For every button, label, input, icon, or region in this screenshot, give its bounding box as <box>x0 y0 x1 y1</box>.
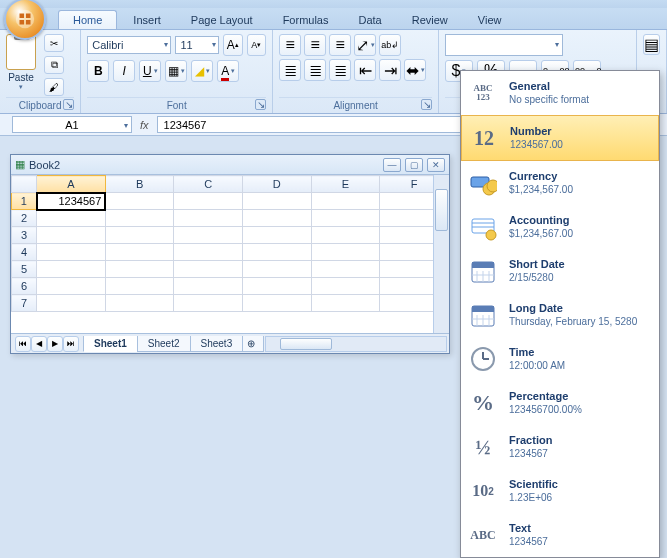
cell[interactable] <box>105 193 174 210</box>
tab-home[interactable]: Home <box>58 10 117 29</box>
cell-a1[interactable]: 1234567 <box>37 193 106 210</box>
cell[interactable] <box>311 244 380 261</box>
cell[interactable] <box>37 244 106 261</box>
cell[interactable] <box>311 278 380 295</box>
copy-button[interactable]: ⧉ <box>44 56 64 74</box>
format-option-number[interactable]: 12 Number1234567.00 <box>461 115 659 161</box>
cell[interactable] <box>174 278 243 295</box>
increase-indent-button[interactable]: ⇥ <box>379 59 401 81</box>
workbook-titlebar[interactable]: ▦ Book2 — ▢ ✕ <box>11 155 449 175</box>
clipboard-launcher[interactable]: ↘ <box>63 99 74 110</box>
minimize-button[interactable]: — <box>383 158 401 172</box>
cell[interactable] <box>243 261 312 278</box>
cell[interactable] <box>105 295 174 312</box>
cell[interactable] <box>174 227 243 244</box>
sheet-tab-1[interactable]: Sheet1 <box>83 336 138 352</box>
tab-review[interactable]: Review <box>398 11 462 29</box>
cell[interactable] <box>105 278 174 295</box>
col-header-a[interactable]: A <box>37 176 106 193</box>
name-box[interactable]: A1▾ <box>12 116 132 133</box>
align-top-button[interactable]: ≡ <box>279 34 301 56</box>
tab-pagelayout[interactable]: Page Layout <box>177 11 267 29</box>
row-header-5[interactable]: 5 <box>12 261 37 278</box>
orientation-button[interactable]: ⤢ <box>354 34 376 56</box>
tab-nav-first[interactable]: ⏮ <box>15 336 31 352</box>
format-option-longdate[interactable]: Long DateThursday, February 15, 5280 <box>461 293 659 337</box>
fill-color-button[interactable]: ◢ <box>191 60 213 82</box>
cell[interactable] <box>243 210 312 227</box>
format-painter-button[interactable]: 🖌 <box>44 78 64 96</box>
format-option-currency[interactable]: Currency$1,234,567.00 <box>461 161 659 205</box>
cell[interactable] <box>243 244 312 261</box>
grow-font-button[interactable]: A▴ <box>223 34 243 56</box>
row-header-3[interactable]: 3 <box>12 227 37 244</box>
cell[interactable] <box>174 295 243 312</box>
format-option-fraction[interactable]: ½ Fraction1234567 <box>461 425 659 469</box>
cell[interactable] <box>174 244 243 261</box>
row-header-7[interactable]: 7 <box>12 295 37 312</box>
underline-button[interactable]: U <box>139 60 161 82</box>
tab-data[interactable]: Data <box>344 11 395 29</box>
cell[interactable] <box>174 193 243 210</box>
font-size-select[interactable]: 11▾ <box>175 36 218 54</box>
paste-button[interactable]: Paste ▾ <box>6 34 36 91</box>
font-launcher[interactable]: ↘ <box>255 99 266 110</box>
wrap-text-button[interactable]: ab↲ <box>379 34 401 56</box>
format-option-text[interactable]: ABC Text1234567 <box>461 513 659 557</box>
cell[interactable] <box>105 210 174 227</box>
format-option-percentage[interactable]: % Percentage123456700.00% <box>461 381 659 425</box>
office-button[interactable] <box>4 0 46 40</box>
sheet-tab-3[interactable]: Sheet3 <box>190 336 244 352</box>
shrink-font-button[interactable]: A▾ <box>247 34 267 56</box>
cell[interactable] <box>311 227 380 244</box>
align-center-button[interactable]: ≣ <box>304 59 326 81</box>
bold-button[interactable]: B <box>87 60 109 82</box>
cell[interactable] <box>174 210 243 227</box>
cell[interactable] <box>105 261 174 278</box>
sheet-grid[interactable]: A B C D E F 11234567 2 3 4 5 6 7 <box>11 175 449 333</box>
cell[interactable] <box>105 227 174 244</box>
maximize-button[interactable]: ▢ <box>405 158 423 172</box>
cell[interactable] <box>243 278 312 295</box>
tab-insert[interactable]: Insert <box>119 11 175 29</box>
cell[interactable] <box>243 295 312 312</box>
format-option-time[interactable]: Time12:00:00 AM <box>461 337 659 381</box>
new-sheet-tab[interactable]: ⊕ <box>242 336 264 352</box>
fx-icon[interactable]: fx <box>140 119 149 131</box>
number-format-select[interactable]: ▾ <box>445 34 563 56</box>
format-option-accounting[interactable]: Accounting$1,234,567.00 <box>461 205 659 249</box>
cell[interactable] <box>37 210 106 227</box>
col-header-d[interactable]: D <box>243 176 312 193</box>
col-header-c[interactable]: C <box>174 176 243 193</box>
align-left-button[interactable]: ≣ <box>279 59 301 81</box>
cell[interactable] <box>311 210 380 227</box>
align-middle-button[interactable]: ≡ <box>304 34 326 56</box>
decrease-indent-button[interactable]: ⇤ <box>354 59 376 81</box>
close-button[interactable]: ✕ <box>427 158 445 172</box>
align-right-button[interactable]: ≣ <box>329 59 351 81</box>
format-option-general[interactable]: ABC123 GeneralNo specific format <box>461 71 659 115</box>
font-name-select[interactable]: Calibri▾ <box>87 36 171 54</box>
vertical-scrollbar[interactable] <box>433 175 449 333</box>
cell[interactable] <box>105 244 174 261</box>
cell[interactable] <box>37 227 106 244</box>
cut-button[interactable]: ✂ <box>44 34 64 52</box>
tab-nav-next[interactable]: ▶ <box>47 336 63 352</box>
row-header-4[interactable]: 4 <box>12 244 37 261</box>
tab-view[interactable]: View <box>464 11 516 29</box>
format-option-shortdate[interactable]: Short Date2/15/5280 <box>461 249 659 293</box>
horizontal-scrollbar[interactable] <box>265 336 447 352</box>
font-color-button[interactable]: A <box>217 60 239 82</box>
tab-nav-prev[interactable]: ◀ <box>31 336 47 352</box>
select-all-corner[interactable] <box>12 176 37 193</box>
sheet-tab-2[interactable]: Sheet2 <box>137 336 191 352</box>
row-header-2[interactable]: 2 <box>12 210 37 227</box>
format-option-scientific[interactable]: 102 Scientific1.23E+06 <box>461 469 659 513</box>
row-header-6[interactable]: 6 <box>12 278 37 295</box>
cell[interactable] <box>243 227 312 244</box>
cell[interactable] <box>311 261 380 278</box>
tab-nav-last[interactable]: ⏭ <box>63 336 79 352</box>
cell[interactable] <box>311 193 380 210</box>
cell[interactable] <box>174 261 243 278</box>
align-bottom-button[interactable]: ≡ <box>329 34 351 56</box>
